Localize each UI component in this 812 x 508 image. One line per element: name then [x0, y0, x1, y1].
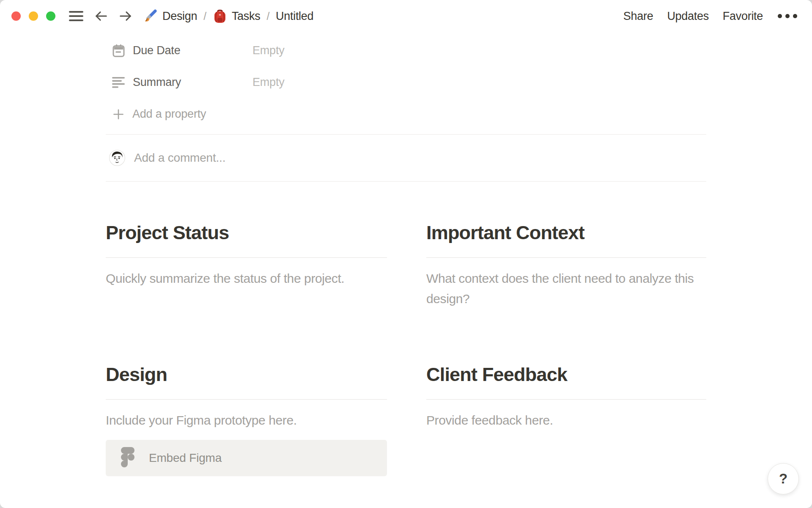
paintbrush-icon — [143, 9, 158, 23]
divider — [106, 399, 387, 400]
top-bar: Design / Tasks / Untitled — [0, 0, 812, 32]
property-row-due-date[interactable]: Due Date Empty — [106, 35, 706, 66]
back-arrow-icon[interactable] — [94, 9, 108, 23]
section-body-text[interactable]: What context does the client need to ana… — [426, 268, 706, 309]
property-value[interactable]: Empty — [252, 76, 285, 89]
section-design: Design Include your Figma prototype here… — [106, 362, 387, 476]
breadcrumb-item-design[interactable]: Design — [143, 9, 197, 23]
sidebar-menu-icon[interactable] — [69, 11, 83, 21]
calendar-icon — [111, 44, 126, 57]
notion-window: Design / Tasks / Untitled — [0, 0, 812, 508]
section-body-text[interactable]: Provide feedback here. — [426, 410, 706, 431]
comment-input[interactable]: Add a comment... — [106, 135, 706, 181]
text-align-icon — [111, 77, 126, 88]
property-name: Due Date — [133, 44, 180, 57]
divider — [106, 257, 387, 258]
sections-grid: Project Status Quickly summarize the sta… — [106, 221, 706, 476]
divider — [426, 399, 706, 400]
favorite-button[interactable]: Favorite — [723, 10, 763, 23]
help-button[interactable]: ? — [768, 463, 799, 494]
section-title[interactable]: Important Context — [426, 221, 706, 245]
breadcrumb: Design / Tasks / Untitled — [143, 9, 313, 23]
section-title[interactable]: Design — [106, 362, 387, 387]
breadcrumb-separator: / — [266, 10, 269, 22]
breadcrumb-label: Design — [162, 10, 197, 23]
backpack-icon — [213, 9, 227, 23]
updates-button[interactable]: Updates — [667, 10, 708, 23]
property-list: Due Date Empty Summary Empty — [106, 32, 706, 130]
comment-placeholder: Add a comment... — [134, 151, 225, 165]
section-client-feedback: Client Feedback Provide feedback here. — [426, 362, 706, 476]
property-value[interactable]: Empty — [252, 44, 285, 57]
breadcrumb-separator: / — [203, 10, 206, 22]
zoom-window-button[interactable] — [46, 11, 55, 21]
property-name: Summary — [133, 76, 181, 89]
breadcrumb-label: Untitled — [276, 10, 313, 23]
avatar — [109, 150, 125, 166]
section-project-status: Project Status Quickly summarize the sta… — [106, 221, 387, 362]
section-body-text[interactable]: Include your Figma prototype here. — [106, 410, 387, 431]
share-button[interactable]: Share — [623, 10, 653, 23]
divider — [106, 181, 706, 182]
topbar-actions: Share Updates Favorite — [623, 10, 798, 23]
embed-figma-label: Embed Figma — [149, 451, 222, 465]
add-property-label: Add a property — [132, 108, 206, 121]
section-title[interactable]: Project Status — [106, 221, 387, 245]
add-property-button[interactable]: Add a property — [106, 98, 706, 130]
breadcrumb-item-tasks[interactable]: Tasks — [213, 9, 261, 23]
breadcrumb-item-untitled[interactable]: Untitled — [276, 10, 313, 23]
help-label: ? — [779, 471, 787, 487]
forward-arrow-icon[interactable] — [119, 9, 132, 23]
property-row-summary[interactable]: Summary Empty — [106, 66, 706, 98]
section-title[interactable]: Client Feedback — [426, 362, 706, 387]
section-body-text[interactable]: Quickly summarize the status of the proj… — [106, 268, 387, 289]
page-content: Due Date Empty Summary Empty — [106, 32, 706, 476]
divider — [426, 257, 706, 258]
more-options-icon[interactable] — [777, 12, 798, 20]
figma-icon — [121, 447, 134, 469]
plus-icon — [112, 109, 125, 119]
close-window-button[interactable] — [11, 11, 21, 21]
minimize-window-button[interactable] — [29, 11, 38, 21]
breadcrumb-label: Tasks — [232, 10, 261, 23]
section-important-context: Important Context What context does the … — [426, 221, 706, 362]
embed-figma-button[interactable]: Embed Figma — [106, 440, 387, 476]
traffic-lights — [11, 11, 55, 21]
